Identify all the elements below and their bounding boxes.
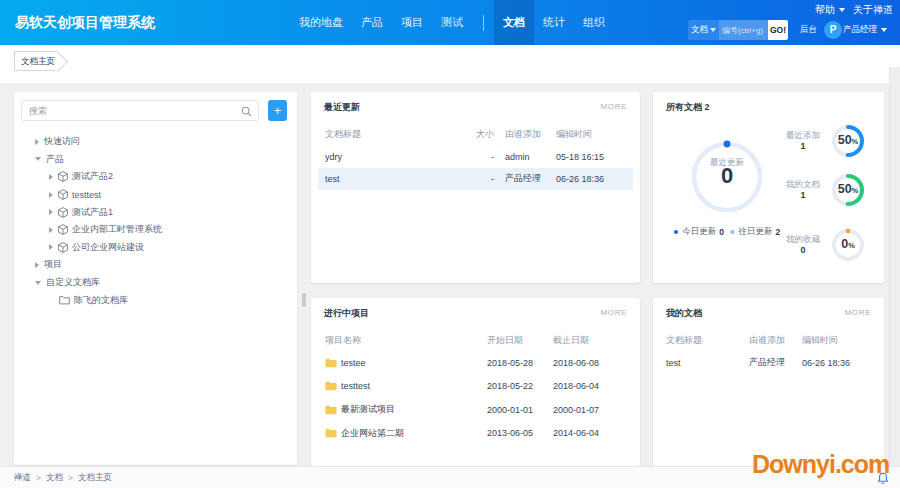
table-row[interactable]: 最新测试项目2000-01-012000-01-07 bbox=[311, 398, 640, 422]
caret-expanded-icon[interactable] bbox=[35, 157, 41, 161]
breadcrumb-separator: > bbox=[68, 473, 73, 483]
sidebar-search-input[interactable] bbox=[22, 101, 258, 120]
cell-end-date: 2018-06-04 bbox=[553, 381, 626, 391]
search-scope-dropdown[interactable]: 文档 bbox=[688, 20, 719, 40]
help-menu[interactable]: 帮助 bbox=[815, 3, 845, 17]
donut-legend: 今日更新0往日更新2 bbox=[653, 226, 801, 238]
tree-item-企业内部工时管理系统[interactable]: 企业内部工时管理系统 bbox=[14, 221, 297, 239]
tree-item-公司企业网站建设[interactable]: 公司企业网站建设 bbox=[14, 239, 297, 257]
tree-item-label: 公司企业网站建设 bbox=[72, 241, 144, 254]
nav-item-我的地盘[interactable]: 我的地盘 bbox=[290, 0, 352, 45]
avatar[interactable]: P bbox=[824, 21, 842, 39]
mini-stat-value: 0 bbox=[781, 245, 825, 256]
chevron-down-icon bbox=[839, 8, 845, 12]
cell-end-date: 2014-06-04 bbox=[553, 428, 626, 438]
page-scrollbar[interactable] bbox=[889, 67, 900, 466]
col-end-date: 截止日期 bbox=[553, 334, 626, 347]
user-menu[interactable]: 产品经理 bbox=[843, 24, 887, 36]
search-go-button[interactable]: GO! bbox=[768, 20, 788, 40]
breadcrumb-item-文档[interactable]: 文档 bbox=[46, 472, 63, 484]
tree-item-产品[interactable]: 产品 bbox=[14, 151, 297, 169]
cell-edited: 06-26 18:36 bbox=[802, 358, 871, 368]
top-links: 帮助 关于禅道 bbox=[807, 3, 893, 17]
tree-item-label: 陈飞的文档库 bbox=[74, 294, 128, 307]
tree-icon-wrap bbox=[58, 171, 68, 182]
cell-edited: 05-18 16:15 bbox=[556, 152, 626, 162]
tree-icon-wrap bbox=[58, 242, 68, 253]
mini-stat-value: 1 bbox=[781, 141, 825, 152]
more-link[interactable]: MORE bbox=[601, 102, 627, 111]
mini-stat-name: 最近添加 bbox=[786, 130, 820, 140]
more-link[interactable]: MORE bbox=[601, 308, 627, 317]
ongoing-projects-card: 进行中项目 MORE 项目名称 开始日期 截止日期 testee2018-05-… bbox=[311, 298, 640, 466]
tab-doc-home[interactable]: 文档主页 bbox=[14, 51, 57, 71]
tree-item-测试产品1[interactable]: 测试产品1 bbox=[14, 203, 297, 221]
caret-collapsed-icon[interactable] bbox=[49, 174, 53, 180]
folder-icon bbox=[325, 358, 337, 368]
cell-doc-title: test bbox=[325, 174, 427, 184]
tree-item-测试产品2[interactable]: 测试产品2 bbox=[14, 168, 297, 186]
table-row[interactable]: testtest2018-05-222018-06-04 bbox=[311, 375, 640, 399]
nav-item-测试[interactable]: 测试 bbox=[432, 0, 472, 45]
legend-dot bbox=[674, 230, 679, 235]
caret-collapsed-icon[interactable] bbox=[49, 244, 53, 250]
table-header: 项目名称 开始日期 截止日期 bbox=[311, 329, 640, 351]
doc-tree: 快速访问产品测试产品2testtest测试产品1企业内部工时管理系统公司企业网站… bbox=[14, 133, 297, 309]
product-cube-icon bbox=[58, 207, 68, 218]
folder-icon bbox=[325, 428, 337, 438]
tree-icon-wrap bbox=[58, 189, 68, 200]
tab-label: 文档主页 bbox=[21, 56, 55, 66]
col-start-date: 开始日期 bbox=[487, 334, 553, 347]
table-row[interactable]: 企业网站第二期2013-06-052014-06-04 bbox=[311, 422, 640, 446]
caret-expanded-icon[interactable] bbox=[35, 281, 41, 285]
tree-item-testtest[interactable]: testtest bbox=[14, 186, 297, 204]
global-search-input[interactable] bbox=[719, 20, 768, 40]
user-name-label: 产品经理 bbox=[843, 24, 877, 36]
percent-sign: % bbox=[848, 241, 855, 250]
col-added-by: 由谁添加 bbox=[749, 334, 802, 347]
main-nav: 我的地盘产品项目测试文档统计组织 bbox=[290, 0, 614, 45]
more-link[interactable]: MORE bbox=[845, 308, 871, 317]
my-docs-card: 我的文档 MORE 文档标题 由谁添加 编辑时间 test产品经理06-26 1… bbox=[653, 298, 884, 466]
col-edited: 编辑时间 bbox=[802, 334, 871, 347]
breadcrumb-item-文档主页: 文档主页 bbox=[78, 472, 112, 484]
tree-item-label: 项目 bbox=[44, 258, 62, 271]
mini-stat-label: 我的收藏0 bbox=[781, 234, 825, 256]
tree-item-label: 测试产品2 bbox=[72, 170, 113, 183]
table-row[interactable]: test产品经理06-26 18:36 bbox=[653, 351, 884, 374]
table-row[interactable]: testee2018-05-282018-06-08 bbox=[311, 351, 640, 375]
caret-collapsed-icon[interactable] bbox=[49, 227, 53, 233]
tree-icon-wrap bbox=[58, 207, 68, 218]
caret-collapsed-icon[interactable] bbox=[49, 192, 53, 198]
table-row[interactable]: ydry-admin05-18 16:15 bbox=[318, 146, 633, 168]
nav-item-组织[interactable]: 组织 bbox=[574, 0, 614, 45]
about-label: 关于禅道 bbox=[853, 3, 893, 17]
tree-item-label: 快速访问 bbox=[44, 135, 80, 148]
add-doc-button[interactable]: + bbox=[268, 100, 287, 121]
nav-item-项目[interactable]: 项目 bbox=[392, 0, 432, 45]
nav-item-产品[interactable]: 产品 bbox=[352, 0, 392, 45]
admin-link[interactable]: 后台 bbox=[800, 24, 817, 36]
tree-item-陈飞的文档库[interactable]: 陈飞的文档库 bbox=[14, 291, 297, 309]
nav-divider bbox=[483, 15, 484, 31]
cell-start-date: 2018-05-22 bbox=[487, 381, 553, 391]
folder-icon bbox=[325, 381, 337, 391]
tree-item-快速访问[interactable]: 快速访问 bbox=[14, 133, 297, 151]
chevron-down-icon bbox=[710, 28, 716, 32]
recent-updates-card: 最近更新 MORE 文档标题 大小 由谁添加 编辑时间 ydry-admin05… bbox=[311, 92, 640, 283]
caret-collapsed-icon[interactable] bbox=[49, 209, 53, 215]
cell-size: - bbox=[438, 174, 494, 184]
sidebar-scrollbar-thumb[interactable] bbox=[302, 293, 306, 307]
caret-collapsed-icon[interactable] bbox=[35, 139, 39, 145]
tree-item-自定义文档库[interactable]: 自定义文档库 bbox=[14, 274, 297, 292]
caret-collapsed-icon[interactable] bbox=[35, 262, 39, 268]
legend-label: 今日更新 bbox=[682, 226, 716, 238]
about-link[interactable]: 关于禅道 bbox=[853, 3, 893, 17]
nav-item-统计[interactable]: 统计 bbox=[534, 0, 574, 45]
breadcrumb-item-禅道[interactable]: 禅道 bbox=[14, 472, 31, 484]
legend-label: 往日更新 bbox=[739, 226, 773, 238]
nav-item-文档[interactable]: 文档 bbox=[494, 0, 534, 45]
table-row[interactable]: test-产品经理06-26 18:36 bbox=[318, 168, 633, 190]
tree-item-项目[interactable]: 项目 bbox=[14, 256, 297, 274]
cell-end-date: 2000-01-07 bbox=[553, 405, 626, 415]
